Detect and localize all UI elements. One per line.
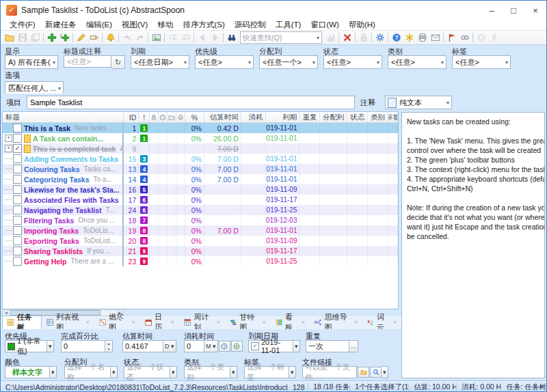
task-row[interactable]: Exporting TasksToDoList...2080%2019-11-0… (3, 236, 398, 246)
email-button[interactable] (429, 32, 442, 44)
track-time-button[interactable] (219, 341, 230, 352)
column-header-![interactable]: ! (139, 112, 150, 122)
task-checkbox[interactable] (13, 226, 22, 235)
delete-button[interactable] (341, 32, 353, 44)
column-header-重复[interactable]: 重复 (300, 112, 321, 122)
task-checkbox[interactable] (13, 165, 22, 173)
flag-button[interactable] (445, 32, 458, 44)
scroll-left-arrow[interactable]: ◄ (3, 310, 10, 316)
column-header-%[interactable]: % (185, 112, 204, 122)
column-header-估算时间[interactable]: 估算时间 (204, 112, 241, 122)
open-button[interactable] (3, 32, 16, 44)
tab-kanban[interactable]: 看板× (271, 316, 310, 329)
print-button[interactable] (416, 32, 429, 44)
expand-icon[interactable]: + (5, 145, 12, 152)
spellcheck-button[interactable] (403, 32, 416, 44)
due-date-field-combo[interactable]: ✓2019-11-01 (248, 340, 293, 352)
comments-format-combo[interactable]: 纯文本 ▾ (385, 96, 452, 109)
filter-priority-combo[interactable]: <任意>▾ (195, 55, 254, 69)
time-spent-field-input[interactable]: 0 (184, 340, 204, 352)
task-row[interactable]: Navigating the TasklistT...2460%2019-11-… (3, 205, 398, 215)
filter-title-or-comment-refresh-button[interactable]: ↻ (111, 55, 125, 69)
task-checkbox[interactable] (13, 185, 22, 194)
filter-status-combo[interactable]: <任意>▾ (323, 55, 382, 69)
spin-down-icon[interactable]: ▼ (105, 346, 112, 352)
image-button[interactable] (150, 32, 163, 44)
task-checkbox[interactable] (13, 257, 22, 266)
menu-new-task[interactable]: 新建任务 (40, 20, 81, 30)
task-checkbox[interactable] (13, 124, 22, 132)
spin-up-icon[interactable]: ▲ (105, 341, 112, 346)
menu-file[interactable]: 文件(F) (5, 20, 40, 30)
close-button[interactable]: × (524, 1, 546, 20)
chevron-down-icon[interactable]: ▾ (289, 366, 296, 378)
help-button[interactable]: ? (390, 32, 403, 44)
tab-close-icon[interactable]: × (85, 319, 89, 326)
column-header-col-lock[interactable] (150, 112, 159, 122)
menu-sort[interactable]: 排序方式(S) (178, 20, 229, 30)
menu-help[interactable]: 帮助(H) (344, 20, 380, 30)
tab-close-icon[interactable]: × (171, 319, 174, 326)
color-field-combo[interactable]: 样本文字 (5, 366, 50, 378)
filter-title-or-comment-input[interactable]: <任意> (64, 55, 111, 68)
task-checkbox[interactable] (13, 236, 22, 245)
filter-show-combo[interactable]: A) 所有任务(A)▾ (5, 55, 58, 69)
task-checkbox[interactable] (13, 206, 22, 214)
task-row[interactable]: This is a TaskNew tasks ...110%0.42 D201… (3, 123, 398, 133)
alloc-to-field-combo[interactable]: 选择一个名称 (64, 366, 111, 378)
tab-list-view[interactable]: 列表视图× (42, 316, 94, 329)
task-checkbox[interactable] (13, 247, 22, 255)
tag-field-combo[interactable]: 选择一个标签 (244, 366, 289, 378)
find-button[interactable] (225, 32, 238, 44)
column-header-ID[interactable]: ID (124, 112, 139, 122)
project-name-input[interactable] (27, 96, 355, 109)
tab-week-planner[interactable]: 周计划× (179, 316, 225, 329)
tab-burndown[interactable]: 燃尽图× (94, 316, 140, 329)
task-checkbox[interactable]: ✓ (13, 144, 22, 153)
column-header-消耗[interactable]: 消耗 (241, 112, 266, 122)
reminder-button[interactable] (104, 32, 117, 44)
chevron-down-icon[interactable]: ▾ (293, 340, 300, 352)
task-row[interactable]: Associated Files with Tasks1760%2019-11-… (3, 195, 398, 205)
view-file-button[interactable] (370, 367, 382, 378)
chevron-down-icon[interactable]: ▾ (111, 366, 118, 378)
task-row[interactable]: Categorizing TasksTo a...1440%7.00 D2019… (3, 174, 398, 184)
time-spent-field-unit-button[interactable]: M ▾ (204, 340, 218, 352)
chevron-down-icon[interactable]: ▾ (47, 340, 54, 352)
tab-close-icon[interactable]: × (354, 319, 358, 326)
column-header-col-bell[interactable] (176, 112, 185, 122)
new-subtask-button[interactable] (58, 32, 71, 44)
filter-alloc-to-combo[interactable]: <任意一个>▾ (259, 55, 318, 69)
tab-close-icon[interactable]: × (131, 319, 135, 326)
task-row[interactable]: Getting HelpThere are a ...2390%2019-11-… (3, 256, 398, 266)
rename-button[interactable] (88, 32, 101, 44)
column-header-col-folder[interactable] (168, 112, 176, 122)
browse-file-button[interactable] (358, 367, 369, 378)
menu-view[interactable]: 视图(V) (117, 20, 152, 30)
column-header-标签[interactable]: 标签 (388, 112, 398, 122)
percent-done-field-spinner[interactable]: ▲▼ (105, 340, 113, 352)
tab-task-tree[interactable]: 任务树 (2, 316, 42, 329)
file-link-field-combo[interactable]: 可以是一个文件, (302, 366, 357, 378)
task-row[interactable]: Colouring TasksTasks ca...1340%7.00 D201… (3, 164, 398, 174)
minimize-button[interactable]: – (481, 1, 503, 20)
task-row[interactable]: +A Task can contain...210%26.00 D2019-11… (3, 133, 398, 143)
quick-search-combo[interactable]: ▾ (240, 31, 322, 44)
column-header-col-clock[interactable] (159, 112, 168, 122)
tab-gantt[interactable]: 甘特图× (225, 316, 271, 329)
column-header-状态[interactable]: 状态 (347, 112, 368, 122)
comments-panel[interactable]: New tasks can be created using: 1. The '… (401, 112, 545, 378)
task-checkbox[interactable] (13, 134, 22, 143)
estimated-time-field-input[interactable]: 0.4167 (122, 340, 163, 352)
task-row[interactable]: Likewise for the task's Sta...1650%2019-… (3, 184, 398, 195)
chevron-down-icon[interactable]: ▾ (230, 366, 237, 378)
link-button[interactable] (458, 32, 471, 44)
task-checkbox[interactable] (13, 154, 22, 163)
chevron-down-icon[interactable]: ▾ (170, 366, 177, 378)
filter-category-combo[interactable]: <任意>▾ (388, 55, 446, 69)
column-header-到期[interactable]: 到期 (266, 112, 300, 122)
due-date-field-checkbox[interactable]: ✓ (251, 342, 259, 350)
tab-close-icon[interactable]: × (393, 319, 397, 326)
status-field-combo[interactable]: 选择一个状态 (124, 366, 170, 378)
recurrence-field-input[interactable]: 一次 (306, 340, 349, 352)
